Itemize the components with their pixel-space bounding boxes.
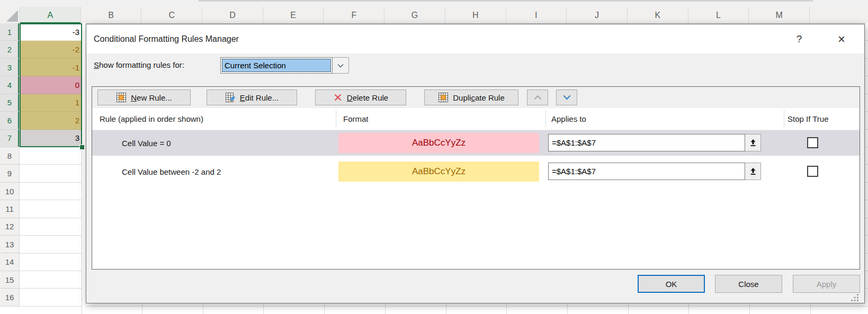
column-header[interactable]: E — [263, 7, 324, 23]
format-preview: AaBbCcYyZz — [338, 133, 539, 153]
select-all-triangle-icon — [6, 10, 18, 22]
duplicate-rule-button[interactable]: Duplicate Rule — [424, 89, 518, 105]
rules-groupbox: New Rule... Edit Rule... Delete Rule — [92, 86, 860, 270]
rules-toolbar: New Rule... Edit Rule... Delete Rule — [92, 87, 860, 109]
table-grid-icon — [116, 92, 127, 103]
dialog-title: Conditional Formatting Rules Manager — [94, 34, 239, 44]
red-x-icon — [333, 93, 343, 102]
row-header[interactable]: 10 — [0, 183, 20, 200]
cell[interactable]: -1 — [20, 59, 82, 76]
stop-if-true-checkbox[interactable] — [807, 137, 818, 148]
column-header-filler — [810, 7, 868, 23]
dropdown-chevron-button[interactable] — [333, 57, 349, 74]
select-all-button[interactable] — [0, 7, 20, 23]
empty-cells-grid[interactable] — [20, 147, 82, 314]
dropdown-selected-value: Current Selection — [222, 59, 331, 72]
row-header[interactable]: 6 — [0, 112, 20, 129]
close-button[interactable]: Close — [715, 275, 782, 293]
header-separator — [784, 110, 784, 128]
move-down-button[interactable] — [556, 89, 577, 105]
column-header[interactable]: J — [567, 7, 628, 23]
chevron-down-icon — [337, 64, 344, 68]
dropdown-field[interactable]: Current Selection — [220, 57, 333, 74]
column-header[interactable]: G — [384, 7, 445, 23]
cell[interactable]: -2 — [20, 41, 82, 58]
duplicate-rule-label: Duplicate Rule — [453, 93, 505, 102]
header-separator — [336, 110, 336, 128]
range-picker-button[interactable] — [745, 163, 761, 180]
column-a-cells: -3-2-10123 — [20, 23, 82, 147]
header-stop-if-true: Stop If True — [788, 108, 829, 130]
edit-rule-label: Edit Rule... — [240, 93, 279, 102]
rule-description: Cell Value between -2 and 2 — [122, 159, 221, 184]
row-header[interactable]: 1 — [0, 23, 20, 41]
row-header[interactable]: 11 — [0, 200, 20, 218]
applies-to-field — [548, 163, 761, 180]
conditional-formatting-rules-manager-dialog: Conditional Formatting Rules Manager ? ×… — [86, 24, 865, 303]
new-rule-button[interactable]: New Rule... — [97, 89, 191, 105]
new-rule-label: New Rule... — [131, 93, 172, 102]
column-header[interactable]: C — [141, 7, 202, 23]
row-header[interactable]: 12 — [0, 218, 20, 236]
column-header[interactable]: D — [202, 7, 263, 23]
apply-button: Apply — [793, 275, 860, 293]
header-separator — [545, 110, 546, 128]
close-icon[interactable]: × — [830, 24, 853, 53]
column-header[interactable]: L — [688, 7, 749, 23]
rule-row[interactable]: Cell Value between -2 and 2 AaBbCcYyZz — [92, 159, 860, 184]
cell[interactable]: 1 — [20, 94, 82, 112]
column-headers: ABCDEFGHIJKLM — [0, 7, 868, 24]
row-header[interactable]: 3 — [0, 59, 20, 76]
column-header[interactable]: H — [445, 7, 506, 23]
row-headers: 12345678910111213141516 — [0, 23, 20, 307]
applies-to-field — [548, 134, 761, 151]
applies-to-input[interactable] — [548, 163, 745, 180]
collapse-dialog-icon — [749, 167, 757, 176]
header-applies-to: Applies to — [551, 108, 586, 130]
column-header[interactable]: M — [749, 7, 810, 23]
move-up-button[interactable] — [527, 89, 548, 105]
edit-rule-button[interactable]: Edit Rule... — [207, 89, 297, 105]
row-header[interactable]: 15 — [0, 271, 20, 289]
cell[interactable]: -3 — [20, 23, 82, 41]
cell[interactable]: 3 — [20, 130, 82, 147]
row-header[interactable]: 5 — [0, 94, 20, 112]
top-edge-artifact — [199, 0, 813, 2]
top-edge-strip — [0, 0, 868, 7]
header-rule: Rule (applied in order shown) — [100, 108, 203, 130]
column-header[interactable]: A — [20, 7, 81, 23]
row-header[interactable]: 9 — [0, 165, 20, 182]
help-button[interactable]: ? — [788, 24, 811, 53]
show-rules-label: Show formatting rules for: — [94, 60, 184, 69]
stop-if-true-checkbox[interactable] — [807, 166, 818, 177]
grid-bottom-strip — [86, 304, 865, 314]
column-header[interactable]: F — [324, 7, 384, 23]
show-rules-dropdown[interactable]: Current Selection — [220, 57, 349, 74]
column-header[interactable]: B — [81, 7, 142, 23]
cell[interactable]: 0 — [20, 76, 82, 94]
excel-window: { "colors": { "excel_green": "#217346", … — [0, 0, 868, 314]
cell[interactable]: 2 — [20, 112, 82, 129]
row-header[interactable]: 8 — [0, 147, 20, 165]
rule-description: Cell Value = 0 — [122, 130, 171, 156]
table-grid-icon — [438, 92, 449, 103]
column-b-sliver — [82, 23, 86, 314]
fill-handle[interactable] — [79, 145, 85, 150]
row-header[interactable]: 13 — [0, 236, 20, 253]
row-header[interactable]: 14 — [0, 253, 20, 271]
row-header[interactable]: 7 — [0, 130, 20, 147]
rule-row[interactable]: Cell Value = 0 AaBbCcYyZz — [92, 130, 860, 156]
dialog-titlebar[interactable]: Conditional Formatting Rules Manager — [86, 24, 864, 53]
ok-button[interactable]: OK — [638, 275, 705, 293]
row-header[interactable]: 16 — [0, 289, 20, 306]
delete-rule-button[interactable]: Delete Rule — [315, 89, 406, 105]
format-preview: AaBbCcYyZz — [338, 162, 539, 182]
resize-grip[interactable] — [851, 294, 860, 301]
range-picker-button[interactable] — [745, 134, 761, 151]
chevron-up-icon — [534, 95, 542, 100]
row-header[interactable]: 2 — [0, 41, 20, 58]
column-header[interactable]: K — [628, 7, 688, 23]
column-header[interactable]: I — [506, 7, 567, 23]
row-header[interactable]: 4 — [0, 76, 20, 94]
applies-to-input[interactable] — [548, 134, 745, 151]
